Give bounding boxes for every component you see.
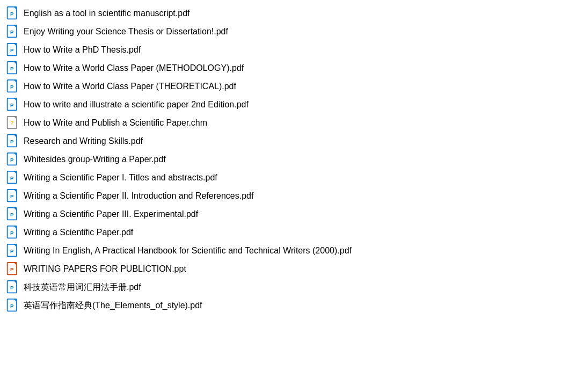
list-item[interactable]: P How to Write a World Class Paper (THEO… [0, 77, 569, 96]
list-item[interactable]: P Whitesides group-Writing a Paper.pdf [0, 150, 569, 169]
list-item[interactable]: P WRITING PAPERS FOR PUBLICTION.ppt [0, 260, 569, 278]
file-icon: ? [5, 115, 20, 130]
file-icon: P [5, 207, 20, 222]
file-name: Research and Writing Skills.pdf [24, 136, 143, 146]
file-name: Writing a Scientific Paper III. Experime… [24, 209, 198, 219]
file-name: How to Write a World Class Paper (THEORE… [24, 82, 236, 91]
list-item[interactable]: P 科技英语常用词汇用法手册.pdf [0, 278, 569, 296]
svg-text:P: P [10, 11, 14, 17]
file-name: WRITING PAPERS FOR PUBLICTION.ppt [24, 264, 186, 274]
list-item[interactable]: P Writing a Scientific Paper.pdf [0, 223, 569, 242]
file-icon: P [5, 79, 20, 94]
svg-text:P: P [10, 29, 14, 35]
svg-text:P: P [10, 230, 14, 236]
file-name: How to write and illustrate a scientific… [24, 100, 249, 110]
file-icon: P [5, 225, 20, 240]
list-item[interactable]: P English as a tool in scientific manusc… [0, 4, 569, 23]
file-icon: P [5, 170, 20, 185]
file-name: Writing a Scientific Paper II. Introduct… [24, 191, 253, 201]
file-list: P English as a tool in scientific manusc… [0, 4, 569, 315]
file-icon: P [5, 6, 20, 21]
list-item[interactable]: P How to Write a PhD Thesis.pdf [0, 41, 569, 59]
file-icon: P [5, 134, 20, 149]
file-icon: P [5, 152, 20, 167]
list-item[interactable]: P Writing a Scientific Paper I. Titles a… [0, 169, 569, 187]
list-item[interactable]: P Writing a Scientific Paper II. Introdu… [0, 187, 569, 205]
svg-text:P: P [10, 102, 14, 108]
list-item[interactable]: P Research and Writing Skills.pdf [0, 132, 569, 150]
file-icon: P [5, 42, 20, 57]
file-name: How to Write a PhD Thesis.pdf [24, 45, 141, 55]
list-item[interactable]: P Enjoy Writing your Science Thesis or D… [0, 23, 569, 41]
svg-text:P: P [10, 303, 14, 309]
file-icon: P [5, 24, 20, 39]
list-item[interactable]: ? How to Write and Publish a Scientific … [0, 114, 569, 132]
file-icon: P [5, 280, 20, 295]
file-name: Writing In English, A Practical Handbook… [24, 246, 352, 256]
file-icon: P [5, 262, 20, 277]
svg-text:P: P [10, 157, 14, 163]
file-name: 英语写作指南经典(The_Elements_of_style).pdf [24, 300, 202, 311]
file-name: Whitesides group-Writing a Paper.pdf [24, 155, 166, 164]
list-item[interactable]: P Writing a Scientific Paper III. Experi… [0, 205, 569, 223]
file-name: 科技英语常用词汇用法手册.pdf [24, 282, 141, 293]
file-name: Writing a Scientific Paper I. Titles and… [24, 173, 217, 183]
svg-text:P: P [10, 84, 14, 90]
file-name: Writing a Scientific Paper.pdf [24, 228, 133, 237]
svg-text:P: P [10, 266, 14, 272]
svg-text:P: P [10, 212, 14, 217]
file-icon: P [5, 97, 20, 112]
file-name: How to Write a World Class Paper (METHOD… [24, 63, 244, 73]
svg-text:P: P [10, 175, 14, 181]
file-name: English as a tool in scientific manuscri… [24, 9, 189, 18]
file-icon: P [5, 298, 20, 313]
list-item[interactable]: P How to Write a World Class Paper (METH… [0, 59, 569, 77]
file-name: Enjoy Writing your Science Thesis or Dis… [24, 27, 228, 37]
file-icon: P [5, 61, 20, 76]
svg-text:P: P [10, 248, 14, 254]
svg-text:?: ? [10, 120, 14, 126]
svg-text:P: P [10, 139, 14, 144]
svg-text:P: P [10, 66, 14, 71]
svg-text:P: P [10, 47, 14, 53]
file-name: How to Write and Publish a Scientific Pa… [24, 118, 207, 128]
list-item[interactable]: P 英语写作指南经典(The_Elements_of_style).pdf [0, 296, 569, 315]
list-item[interactable]: P How to write and illustrate a scientif… [0, 96, 569, 114]
file-icon: P [5, 243, 20, 258]
svg-text:P: P [10, 193, 14, 199]
list-item[interactable]: P Writing In English, A Practical Handbo… [0, 242, 569, 260]
svg-text:P: P [10, 285, 14, 291]
file-icon: P [5, 188, 20, 204]
